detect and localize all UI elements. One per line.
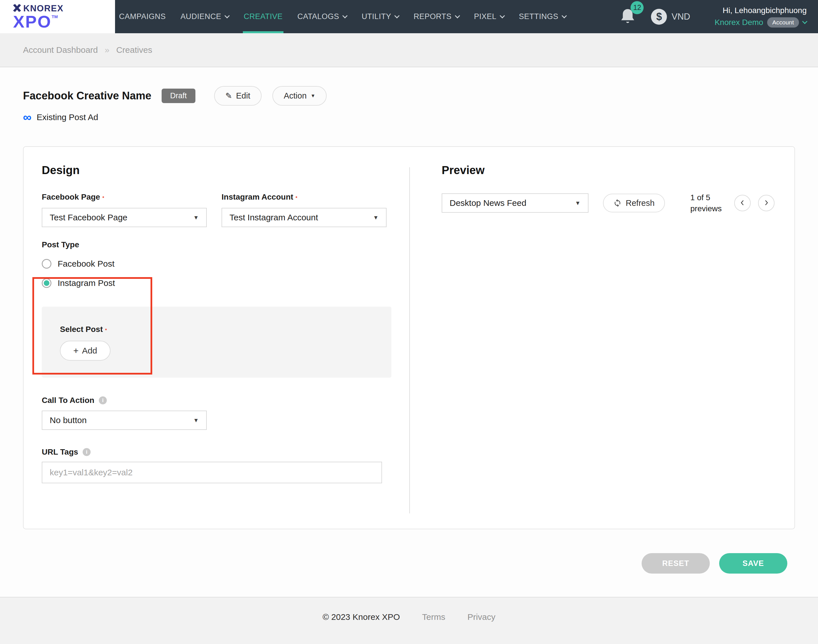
nav-item-creative[interactable]: CREATIVE [244, 0, 282, 33]
nav-item-audience[interactable]: AUDIENCE [181, 0, 229, 33]
nav-item-reports[interactable]: REPORTS [414, 0, 459, 33]
facebook-page-field: Facebook Page* Test Facebook Page ▼ [42, 193, 207, 227]
logo-product-text: XPO [13, 14, 52, 30]
form-actions: RESET SAVE [23, 553, 795, 573]
copyright-text: © 2023 Knorex XPO [323, 612, 400, 644]
knorex-xpo-logo[interactable]: KNOREX XPO TM [0, 0, 115, 33]
knorex-x-icon [13, 4, 21, 13]
top-navigation: KNOREX XPO TM CAMPAIGNS AUDIENCE CREATIV… [0, 0, 818, 33]
caret-down-icon: ▼ [193, 215, 199, 221]
active-tab-indicator [243, 31, 284, 33]
edit-button[interactable]: ✎ Edit [214, 86, 262, 106]
chevron-down-icon [802, 19, 807, 24]
call-to-action-label: Call To Action [42, 396, 94, 405]
meta-icon: ∞ [23, 112, 32, 122]
page-title: Facebook Creative Name [23, 90, 151, 102]
instagram-account-label: Instagram Account [221, 193, 293, 201]
required-asterisk: * [102, 196, 104, 201]
chevron-down-icon [342, 13, 347, 18]
select-post-panel: Select Post* + Add [42, 307, 391, 378]
caret-down-icon: ▼ [575, 200, 580, 206]
refresh-button[interactable]: Refresh [603, 194, 665, 212]
url-tags-input[interactable] [42, 462, 382, 483]
page-footer: © 2023 Knorex XPO Terms Privacy [0, 597, 818, 644]
design-section: Design Facebook Page* Test Facebook Page… [24, 147, 410, 529]
add-post-button[interactable]: + Add [60, 341, 110, 360]
action-dropdown-button[interactable]: Action ▼ [272, 86, 327, 106]
instagram-account-field: Instagram Account* Test Instagram Accoun… [221, 193, 387, 227]
preview-device-select[interactable]: Desktop News Feed ▼ [442, 193, 588, 213]
nav-item-campaigns[interactable]: CAMPAIGNS [119, 0, 166, 33]
chevron-down-icon [562, 13, 566, 18]
logo-trademark: TM [52, 14, 58, 19]
breadcrumb: Account Dashboard » Creatives [0, 33, 818, 67]
nav-item-settings[interactable]: SETTINGS [519, 0, 566, 33]
preview-pager-count: 1 of 5 previews [691, 192, 722, 214]
account-name: Knorex Demo [715, 18, 763, 27]
previous-preview-button[interactable] [734, 195, 751, 211]
chevron-down-icon [455, 13, 460, 18]
post-type-label: Post Type [42, 240, 410, 249]
plus-icon: + [73, 346, 79, 356]
instagram-account-select[interactable]: Test Instagram Account ▼ [221, 208, 387, 227]
radio-instagram-post[interactable]: Instagram Post [42, 278, 410, 288]
account-type-badge: Account [767, 17, 799, 28]
currency-code: VND [671, 12, 690, 22]
radio-facebook-post[interactable]: Facebook Post [42, 259, 410, 268]
info-icon[interactable]: i [83, 448, 91, 456]
nav-item-pixel[interactable]: PIXEL [474, 0, 504, 33]
required-asterisk: * [105, 328, 107, 333]
radio-selected-icon [42, 278, 51, 288]
dollar-icon: $ [651, 9, 667, 25]
status-badge: Draft [162, 89, 195, 103]
next-preview-button[interactable] [758, 195, 775, 211]
notifications-button[interactable]: 12 [620, 8, 635, 26]
reset-button[interactable]: RESET [642, 553, 710, 573]
user-greeting: Hi, Lehoangbichphuong [723, 6, 807, 15]
caret-down-icon: ▼ [193, 417, 199, 424]
account-menu[interactable]: Hi, Lehoangbichphuong Knorex Demo Accoun… [701, 6, 818, 28]
notification-count-badge: 12 [631, 1, 644, 14]
bell-icon [620, 20, 635, 25]
page-content: Facebook Creative Name Draft ✎ Edit Acti… [0, 67, 818, 573]
chevron-down-icon [224, 13, 230, 18]
creative-header: Facebook Creative Name Draft ✎ Edit Acti… [23, 67, 795, 106]
chevron-down-icon [394, 13, 399, 18]
nav-right-section: 12 $ VND Hi, Lehoangbichphuong Knorex De… [620, 0, 818, 33]
breadcrumb-account-dashboard[interactable]: Account Dashboard [23, 45, 98, 55]
preview-heading: Preview [442, 164, 794, 176]
breadcrumb-creatives: Creatives [116, 45, 152, 55]
nav-item-catalogs[interactable]: CATALOGS [298, 0, 347, 33]
caret-down-icon: ▼ [311, 93, 316, 99]
creative-card: Design Facebook Page* Test Facebook Page… [23, 146, 795, 529]
radio-unselected-icon [42, 259, 51, 268]
save-button[interactable]: SAVE [719, 553, 787, 573]
facebook-page-label: Facebook Page [42, 193, 100, 201]
facebook-page-select[interactable]: Test Facebook Page ▼ [42, 208, 207, 227]
chevron-down-icon [500, 13, 505, 18]
currency-selector[interactable]: $ VND [651, 9, 690, 25]
main-menu: CAMPAIGNS AUDIENCE CREATIVE CATALOGS UTI… [115, 0, 566, 33]
terms-link[interactable]: Terms [422, 612, 445, 644]
privacy-link[interactable]: Privacy [468, 612, 495, 644]
preview-section: Preview Desktop News Feed ▼ Refresh 1 of… [410, 147, 794, 529]
design-heading: Design [42, 164, 410, 176]
chevron-left-icon [739, 199, 746, 207]
url-tags-label: URL Tags [42, 448, 78, 457]
breadcrumb-separator-icon: » [105, 45, 110, 55]
nav-item-utility[interactable]: UTILITY [362, 0, 399, 33]
call-to-action-select[interactable]: No button ▼ [42, 411, 207, 430]
select-post-label: Select Post [60, 325, 103, 334]
pencil-icon: ✎ [226, 91, 232, 101]
required-asterisk: * [296, 196, 298, 201]
caret-down-icon: ▼ [373, 215, 379, 221]
chevron-right-icon [763, 199, 770, 207]
info-icon[interactable]: i [99, 396, 107, 404]
ad-type-row: ∞ Existing Post Ad [23, 112, 795, 122]
refresh-icon [613, 199, 622, 207]
ad-type-label: Existing Post Ad [37, 112, 98, 122]
